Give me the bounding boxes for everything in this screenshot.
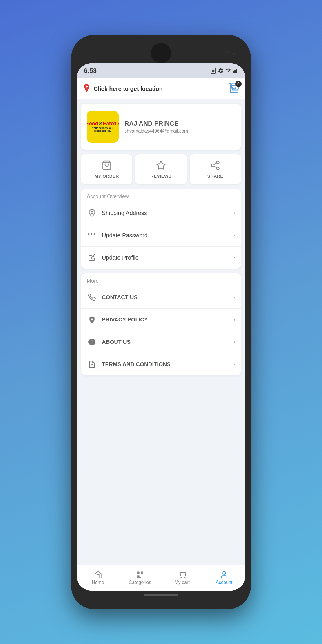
svg-rect-6 [233,71,234,73]
svg-rect-1 [234,53,234,55]
cart-container[interactable]: 0 [229,83,239,95]
chevron-right-password: › [233,231,235,239]
doc-icon [87,359,97,370]
chevron-right-terms: › [233,361,235,368]
shield-icon [87,314,97,325]
update-profile-text: Update Profile [102,254,229,261]
svg-rect-26 [141,571,143,574]
phone-icon [87,292,97,303]
logo-brand: Food✕Eato17 Your delivery our responsibi… [87,121,119,133]
home-indicator [144,594,178,596]
action-reviews[interactable]: REVIEWS [135,154,187,184]
phone-screen: 6:53 Click here to get location [77,63,245,591]
svg-point-10 [86,86,88,88]
svg-point-12 [217,161,219,164]
svg-rect-2 [234,52,235,55]
svg-line-16 [214,163,217,165]
mycart-icon [178,571,186,579]
svg-point-14 [217,167,219,170]
edit-icon [87,252,97,263]
quick-actions: MY ORDER REVIEWS SHARE [81,154,241,184]
menu-terms[interactable]: TERMS AND CONDITIONS › [81,353,241,375]
status-time: 6:53 [84,67,97,75]
svg-rect-0 [232,54,233,55]
phone-top-bar [76,43,246,63]
svg-marker-11 [157,161,165,169]
svg-rect-25 [137,571,139,574]
account-overview-section: Account Overview Shipping Address › *** [81,189,241,269]
svg-point-13 [211,164,214,167]
account-icon [220,571,228,579]
menu-update-password[interactable]: *** Update Password › [81,224,241,247]
status-icons-top [224,51,238,55]
info-icon [87,337,97,347]
categories-icon [136,571,144,579]
signal-icon [233,68,238,73]
status-bar: 6:53 [77,63,245,78]
nav-account-label: Account [216,580,233,585]
wifi-icon [225,68,231,73]
profile-logo: Food✕Eato17 Your delivery our responsibi… [87,111,119,143]
svg-point-29 [181,577,181,578]
more-title: More [81,273,241,286]
svg-point-18 [91,318,93,320]
update-password-text: Update Password [102,232,229,239]
wifi-icon-top [224,51,231,55]
profile-card: Food✕Eato17 Your delivery our responsibi… [81,104,241,150]
share-label: SHARE [207,173,223,178]
logo-tagline: Your delivery our responsibility [87,127,119,133]
svg-point-30 [184,577,185,578]
profile-name: RAJ AND PRINCE [124,120,235,127]
profile-info: RAJ AND PRINCE shyamaldas44964@gmail.com [124,120,235,134]
share-icon [210,160,220,171]
action-share[interactable]: SHARE [190,154,241,184]
menu-about-us[interactable]: ABOUT US › [81,331,241,353]
svg-point-31 [223,571,225,574]
phone-shell: 6:53 Click here to get location [71,35,251,609]
nav-mycart-label: My cart [174,580,189,585]
nav-categories[interactable]: Categories [119,571,161,585]
reviews-label: REVIEWS [151,173,172,178]
profile-email: shyamaldas44964@gmail.com [124,129,235,134]
more-section: More CONTACT US › [81,273,241,375]
svg-rect-28 [137,575,139,578]
action-my-order[interactable]: MY ORDER [81,154,132,184]
svg-point-21 [91,340,92,341]
svg-line-15 [214,166,217,168]
nav-account[interactable]: Account [203,571,245,585]
privacy-policy-text: PRIVACY POLICY [102,316,229,323]
menu-privacy-policy[interactable]: PRIVACY POLICY › [81,309,241,331]
location-area[interactable]: Click here to get location [83,84,163,94]
menu-contact-us[interactable]: CONTACT US › [81,286,241,309]
bottom-nav: Home Categories My cart [77,565,245,591]
my-order-label: MY ORDER [94,173,119,178]
chevron-right-about: › [233,338,235,346]
svg-point-17 [91,211,93,214]
chevron-right-contact: › [233,294,235,301]
nav-mycart[interactable]: My cart [161,571,203,585]
account-overview-title: Account Overview [81,189,241,202]
location-text[interactable]: Click here to get location [94,86,163,92]
chevron-right-privacy: › [233,316,235,323]
signal-icon-top [232,51,238,55]
bag-icon [102,160,112,171]
header-bar: Click here to get location 0 [77,78,245,99]
nav-home-label: Home [92,580,104,585]
svg-rect-22 [92,342,92,344]
password-icon: *** [87,230,97,240]
svg-rect-9 [236,69,237,73]
svg-rect-3 [236,51,236,55]
location-pin-icon [83,84,91,94]
nav-home[interactable]: Home [77,571,119,585]
chevron-right-shipping: › [233,209,235,217]
pin-icon [87,208,97,218]
settings-icon [218,68,224,74]
svg-rect-8 [235,70,236,73]
contact-us-text: CONTACT US [102,294,229,301]
shipping-address-text: Shipping Address [102,210,229,216]
menu-update-profile[interactable]: Update Profile › [81,247,241,269]
menu-shipping-address[interactable]: Shipping Address › [81,202,241,224]
phone-bottom [144,591,178,602]
svg-rect-7 [234,70,235,73]
terms-text: TERMS AND CONDITIONS [102,361,229,368]
